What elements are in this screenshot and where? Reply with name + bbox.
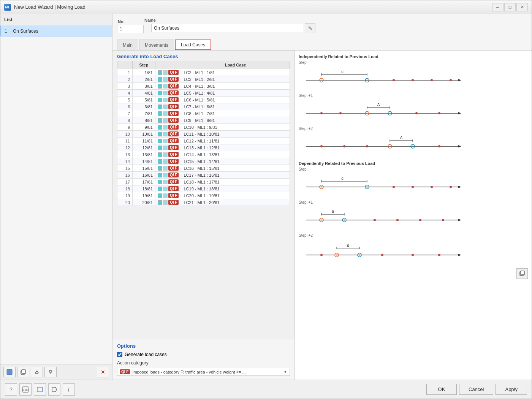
svg-point-85 (359, 255, 360, 256)
name-input[interactable] (151, 24, 303, 32)
row-badge-cell: QI F (155, 158, 181, 165)
list-item-label: On Surfaces (13, 28, 38, 34)
help-button[interactable]: ? (5, 383, 17, 396)
svg-text:d: d (341, 70, 344, 74)
field-header: No. Name ✎ (112, 14, 532, 37)
edit-name-button[interactable]: ✎ (305, 23, 315, 33)
row-badge-cell: QI F (155, 172, 181, 179)
svg-text:0.00: 0.00 (22, 388, 29, 392)
window-title: New Load Wizard | Moving Load (14, 4, 86, 10)
list-item[interactable]: 1 On Surfaces (0, 26, 112, 36)
row-step: 5/81 (133, 97, 155, 103)
formula-button[interactable]: ƒ (63, 383, 75, 396)
add-button[interactable] (3, 367, 16, 377)
svg-point-45 (412, 146, 413, 147)
row-num: 13 (117, 151, 133, 158)
table-row: 12 12/81 QI F LC13 - ML1 : 12/81 (117, 144, 290, 151)
svg-point-87 (412, 254, 414, 256)
row-badge-cell: QI F (155, 138, 181, 144)
copy-button[interactable] (17, 367, 29, 377)
tab-movements[interactable]: Movements (139, 40, 174, 50)
row-num: 6 (117, 103, 133, 110)
cancel-button[interactable]: Cancel (459, 384, 493, 395)
row-lc: LC8 - ML1 : 7/81 (181, 110, 290, 117)
table-container[interactable]: Step Load Case 1 1/81 QI F (112, 61, 294, 339)
row-num: 4 (117, 90, 133, 97)
options-title: Options (117, 343, 290, 349)
row-step: 15/81 (133, 165, 155, 172)
qi-badge: QI F (168, 77, 179, 82)
svg-point-43 (390, 146, 391, 147)
svg-point-72 (396, 219, 399, 221)
svg-point-54 (321, 187, 322, 188)
svg-point-14 (367, 80, 368, 81)
close-button[interactable]: ✕ (516, 3, 528, 11)
title-bar-left: ML New Load Wizard | Moving Load (4, 4, 86, 11)
calculator-button[interactable]: 0.00 (19, 383, 32, 396)
move-up-button[interactable] (31, 367, 43, 377)
table-row: 2 2/81 QI F LC3 - ML1 : 2/81 (117, 76, 290, 83)
row-num: 12 (117, 144, 133, 151)
generate-checkbox-label: Generate load cases (125, 352, 167, 357)
row-num: 3 (117, 83, 133, 90)
svg-marker-48 (458, 186, 461, 188)
qi-badge: QI F (168, 179, 179, 184)
qi-badge: QI F (168, 152, 179, 157)
qi-badge: QI F (168, 193, 179, 198)
row-badge-cell: QI F (155, 131, 181, 138)
row-num: 11 (117, 138, 133, 144)
tab-content: Generate into Load Cases Step Load Case (112, 51, 532, 380)
table-row: 15 15/81 QI F LC16 - ML1 : 15/81 (117, 165, 290, 172)
view-button[interactable] (34, 383, 46, 396)
row-num: 5 (117, 97, 133, 103)
action-category-dropdown[interactable]: QI F Imposed loads - category F: traffic… (117, 368, 290, 376)
table-row: 4 4/81 QI F LC5 - ML1 : 4/81 (117, 90, 290, 97)
svg-point-18 (450, 79, 452, 81)
row-step: 6/81 (133, 103, 155, 110)
qi-badge: QI F (168, 118, 179, 123)
row-step: 11/81 (133, 138, 155, 144)
left-toolbar: ✕ (0, 364, 112, 380)
dependent-title: Dependently Related to Previous Load (299, 161, 528, 166)
generate-section-title: Generate into Load Cases (112, 51, 294, 61)
svg-point-31 (415, 112, 418, 114)
row-num: 7 (117, 110, 133, 117)
svg-point-88 (438, 254, 440, 256)
tab-main[interactable]: Main (117, 40, 138, 50)
tag-button[interactable] (48, 383, 60, 396)
tabs-bar: Main Movements Load Cases (112, 37, 532, 51)
svg-point-68 (321, 220, 322, 221)
generate-checkbox-row: Generate load cases (117, 352, 290, 357)
right-panel: No. Name ✎ Main Movements Load Cases (112, 14, 532, 380)
col-loadcase: Load Case (181, 61, 290, 69)
svg-point-83 (336, 255, 337, 256)
delete-button[interactable]: ✕ (97, 367, 109, 377)
maximize-button[interactable]: □ (504, 3, 516, 11)
copy-diagram-button[interactable] (516, 268, 528, 279)
title-controls: ─ □ ✕ (492, 3, 528, 11)
left-tab-content: Generate into Load Cases Step Load Case (112, 51, 295, 380)
svg-rect-90 (521, 271, 524, 275)
apply-button[interactable]: Apply (496, 384, 527, 395)
row-badge-cell: QI F (155, 151, 181, 158)
svg-point-59 (431, 186, 433, 188)
row-num: 8 (117, 117, 133, 124)
ok-button[interactable]: OK (426, 384, 457, 395)
minimize-button[interactable]: ─ (492, 3, 504, 11)
table-row: 11 11/81 QI F LC12 - ML1 : 11/81 (117, 138, 290, 144)
move-down-button[interactable] (44, 367, 57, 377)
svg-point-28 (367, 113, 368, 114)
svg-point-74 (442, 219, 444, 221)
row-lc: LC21 - ML1 : 20/81 (181, 199, 290, 206)
row-lc: LC9 - ML1 : 8/81 (181, 117, 290, 124)
tab-load-cases[interactable]: Load Cases (175, 40, 211, 50)
row-lc: LC2 - ML1 : 1/81 (181, 69, 290, 76)
row-num: 18 (117, 185, 133, 192)
generate-checkbox[interactable] (117, 352, 122, 357)
row-num: 15 (117, 165, 133, 172)
row-step: 20/81 (133, 199, 155, 206)
diagram-dep-step-i1: Δ (299, 207, 466, 228)
diagram-dep-step-i: d (299, 174, 466, 195)
row-lc: LC12 - ML1 : 11/81 (181, 138, 290, 144)
no-input[interactable] (117, 25, 144, 33)
